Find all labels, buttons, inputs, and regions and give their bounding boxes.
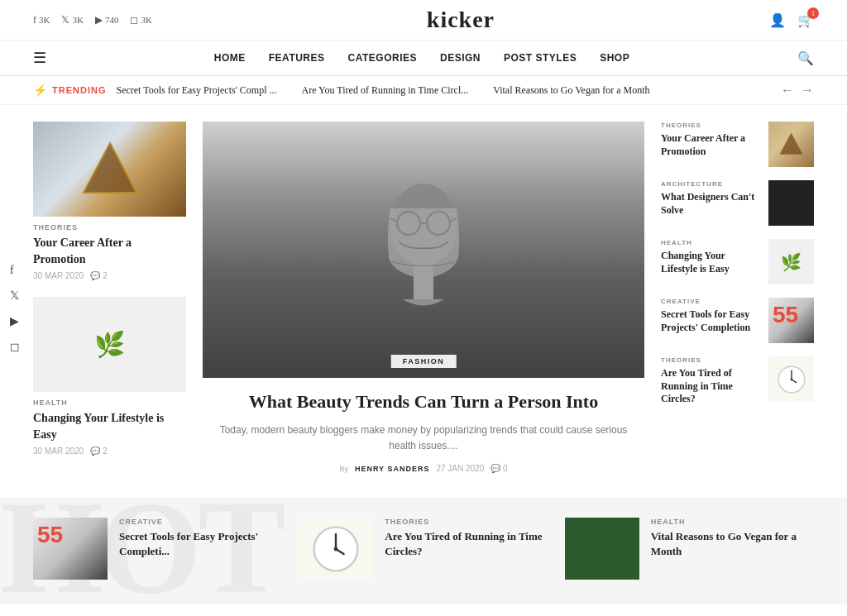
hamburger-menu[interactable]: ☰ bbox=[33, 49, 46, 67]
right-article-5-title[interactable]: Are You Tired of Running in Time Circles… bbox=[661, 367, 760, 406]
left-article-1-comments: 💬 2 bbox=[90, 271, 108, 280]
bottom-article-2-image[interactable] bbox=[299, 518, 373, 580]
bottom-articles: CREATIVE Secret Tools for Easy Projects'… bbox=[33, 518, 814, 580]
twitter-icon: 𝕏 bbox=[61, 14, 69, 26]
nav-bar: ☰ HOME FEATURES CATEGORIES DESIGN POST S… bbox=[0, 41, 847, 76]
right-article-1: THEORIES Your Career After a Promotion bbox=[661, 122, 814, 167]
float-social-bar: f 𝕏 ▶ ◻ bbox=[10, 263, 20, 353]
left-article-2-image[interactable]: 🌿 bbox=[33, 297, 186, 392]
instagram-icon: ◻ bbox=[130, 14, 138, 26]
featured-title[interactable]: What Beauty Trends Can Turn a Person Int… bbox=[219, 389, 628, 414]
right-article-3-body: HEALTH Changing Your Lifestyle is Easy bbox=[661, 239, 760, 279]
svg-marker-0 bbox=[84, 143, 136, 193]
search-icon[interactable]: 🔍 bbox=[797, 50, 814, 66]
fashion-figure-svg bbox=[374, 167, 473, 332]
right-article-1-image[interactable] bbox=[768, 122, 814, 167]
triangle-svg bbox=[77, 136, 143, 203]
site-logo[interactable]: kicker bbox=[427, 7, 495, 33]
user-icon[interactable]: 👤 bbox=[769, 12, 786, 28]
featured-author: HENRY SANDERS bbox=[355, 465, 430, 473]
trending-item-2[interactable]: Are You Tired of Running in Time Circl..… bbox=[302, 84, 469, 97]
left-article-2-title[interactable]: Changing Your Lifestyle is Easy bbox=[33, 410, 186, 442]
featured-image[interactable]: FASHION bbox=[203, 122, 644, 378]
right-article-5-image[interactable] bbox=[768, 356, 814, 402]
bottom-strip: HOT CREATIVE Secret Tools for Easy Proje… bbox=[0, 498, 847, 604]
float-instagram-icon[interactable]: ◻ bbox=[10, 339, 20, 353]
left-article-1-title[interactable]: Your Career After a Promotion bbox=[33, 235, 186, 267]
top-right-actions: 👤 🛒 1 bbox=[769, 12, 814, 28]
right-article-2-image[interactable] bbox=[768, 180, 814, 226]
right-article-5-body: THEORIES Are You Tired of Running in Tim… bbox=[661, 356, 760, 410]
bottom-article-2-title[interactable]: Are You Tired of Running in Time Circles… bbox=[385, 529, 548, 559]
float-twitter-icon[interactable]: 𝕏 bbox=[10, 288, 20, 302]
bottom-article-3-category: HEALTH bbox=[651, 518, 814, 526]
right-column: THEORIES Your Career After a Promotion A… bbox=[661, 122, 814, 473]
cart-icon[interactable]: 🛒 1 bbox=[797, 12, 814, 28]
float-facebook-icon[interactable]: f bbox=[10, 263, 20, 276]
bottom-article-2-category: THEORIES bbox=[385, 518, 548, 526]
twitter-link[interactable]: 𝕏 3K bbox=[61, 14, 83, 26]
right-article-2-title[interactable]: What Designers Can't Solve bbox=[661, 191, 760, 217]
right-article-4-body: CREATIVE Secret Tools for Easy Projects'… bbox=[661, 298, 760, 338]
left-article-2-comments: 💬 2 bbox=[90, 446, 108, 456]
right-article-4-category: CREATIVE bbox=[661, 298, 760, 305]
right-article-5: THEORIES Are You Tired of Running in Tim… bbox=[661, 356, 814, 410]
featured-meta: By HENRY SANDERS 27 JAN 2020 💬 0 bbox=[219, 464, 628, 473]
nav-shop[interactable]: SHOP bbox=[600, 52, 629, 64]
clock-svg-bottom bbox=[311, 524, 361, 574]
left-article-1: THEORIES Your Career After a Promotion 3… bbox=[33, 122, 186, 280]
facebook-link[interactable]: f 3K bbox=[33, 14, 50, 26]
trending-bar: ⚡ TRENDING Secret Tools for Easy Project… bbox=[0, 76, 847, 105]
featured-category-badge: FASHION bbox=[391, 355, 457, 368]
center-column: FASHION What Beauty Trends Can Turn a Pe… bbox=[203, 122, 644, 473]
right-article-4: CREATIVE Secret Tools for Easy Projects'… bbox=[661, 298, 814, 343]
float-youtube-icon[interactable]: ▶ bbox=[10, 313, 20, 327]
left-article-1-image[interactable] bbox=[33, 122, 186, 217]
trending-item-1[interactable]: Secret Tools for Easy Projects' Compl ..… bbox=[116, 84, 276, 97]
nav-categories[interactable]: CATEGORIES bbox=[348, 52, 417, 64]
right-article-4-title[interactable]: Secret Tools for Easy Projects' Completi… bbox=[661, 308, 760, 334]
bottom-article-3-body: HEALTH Vital Reasons to Go Vegan for a M… bbox=[651, 518, 814, 563]
right-article-2-category: ARCHITECTURE bbox=[661, 180, 760, 188]
nav-links: HOME FEATURES CATEGORIES DESIGN POST STY… bbox=[214, 52, 629, 64]
nav-features[interactable]: FEATURES bbox=[269, 52, 325, 64]
trending-item-3[interactable]: Vital Reasons to Go Vegan for a Month bbox=[493, 84, 649, 97]
right-article-3-image[interactable]: 🌿 bbox=[768, 239, 814, 284]
svg-point-16 bbox=[334, 547, 338, 551]
main-content: THEORIES Your Career After a Promotion 3… bbox=[0, 105, 847, 489]
facebook-count: 3K bbox=[39, 15, 50, 25]
left-column: THEORIES Your Career After a Promotion 3… bbox=[33, 122, 186, 473]
right-article-1-title[interactable]: Your Career After a Promotion bbox=[661, 132, 760, 158]
clock-svg-small bbox=[777, 365, 806, 394]
trending-prev[interactable]: ← bbox=[781, 83, 794, 98]
left-article-2-category: HEALTH bbox=[33, 399, 186, 407]
trending-next[interactable]: → bbox=[801, 83, 814, 98]
trending-text: TRENDING bbox=[52, 85, 106, 95]
nav-design[interactable]: DESIGN bbox=[440, 52, 481, 64]
svg-rect-7 bbox=[414, 266, 433, 299]
social-links: f 3K 𝕏 3K ▶ 740 ◻ 3K bbox=[33, 14, 152, 26]
right-triangle-svg bbox=[777, 130, 806, 159]
instagram-link[interactable]: ◻ 3K bbox=[130, 14, 151, 26]
bottom-article-1-image[interactable] bbox=[33, 518, 108, 580]
trending-nav: ← → bbox=[781, 83, 814, 98]
nav-post-styles[interactable]: POST STYLES bbox=[504, 52, 577, 64]
right-article-3-title[interactable]: Changing Your Lifestyle is Easy bbox=[661, 250, 760, 275]
right-article-3-category: HEALTH bbox=[661, 239, 760, 246]
bottom-article-1: CREATIVE Secret Tools for Easy Projects'… bbox=[33, 518, 282, 580]
left-article-1-category: THEORIES bbox=[33, 223, 186, 232]
youtube-link[interactable]: ▶ 740 bbox=[95, 14, 119, 26]
twitter-count: 3K bbox=[72, 15, 83, 25]
featured-description: Today, modern beauty bloggers make money… bbox=[219, 423, 628, 454]
bottom-article-3-title[interactable]: Vital Reasons to Go Vegan for a Month bbox=[651, 529, 814, 559]
right-article-4-image[interactable] bbox=[768, 298, 814, 343]
right-article-2: ARCHITECTURE What Designers Can't Solve bbox=[661, 180, 814, 226]
bottom-article-2: THEORIES Are You Tired of Running in Tim… bbox=[299, 518, 548, 580]
facebook-icon: f bbox=[33, 14, 36, 26]
youtube-count: 740 bbox=[105, 15, 119, 25]
bottom-article-3-image[interactable] bbox=[565, 518, 639, 580]
right-article-5-category: THEORIES bbox=[661, 356, 760, 364]
nav-home[interactable]: HOME bbox=[214, 52, 246, 64]
trending-items: Secret Tools for Easy Projects' Compl ..… bbox=[116, 84, 771, 97]
bottom-article-1-title[interactable]: Secret Tools for Easy Projects' Completi… bbox=[119, 529, 282, 559]
